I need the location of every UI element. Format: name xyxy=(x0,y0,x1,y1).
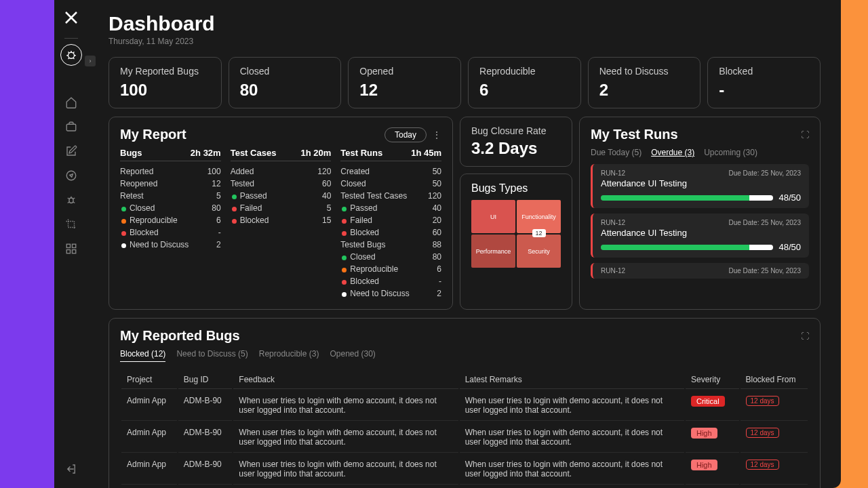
stat-card[interactable]: My Reported Bugs 100 xyxy=(108,57,222,108)
treemap-cell[interactable]: UI xyxy=(471,200,515,233)
page-date: Thursday, 11 May 2023 xyxy=(108,37,821,46)
tab[interactable]: Due Today (5) xyxy=(591,148,642,157)
stat-label: My Reported Bugs xyxy=(120,66,210,77)
page-header: Dashboard Thursday, 11 May 2023 xyxy=(108,12,821,46)
sidebar-crop-icon[interactable] xyxy=(60,214,82,235)
tab[interactable]: Opened (30) xyxy=(330,349,375,362)
sidebar xyxy=(54,0,88,488)
treemap-cell[interactable]: Performance xyxy=(471,235,515,268)
run-title: Attendance UI Testing xyxy=(601,178,801,188)
severity-badge: High xyxy=(691,428,717,439)
report-row: Reopened12 xyxy=(120,178,221,190)
blocked-badge: 12 days xyxy=(746,396,779,406)
table-header: Severity xyxy=(686,371,739,389)
logo-icon xyxy=(62,8,81,27)
table-row[interactable]: Admin App ADM-B-90 When user tries to lo… xyxy=(121,390,808,421)
closure-label: Bug Closure Rate xyxy=(471,125,561,136)
bugs-table: ProjectBug IDFeedbackLatest RemarksSever… xyxy=(120,369,809,488)
table-header: Project xyxy=(121,371,177,389)
table-header: Bug ID xyxy=(178,371,233,389)
report-row: Passed40 xyxy=(340,202,441,214)
bug-tabs: Blocked (12)Need to Discuss (5)Reproduci… xyxy=(120,349,809,363)
sidebar-bug2-icon[interactable] xyxy=(60,189,82,211)
bug-types-title: Bugs Types xyxy=(471,182,561,195)
bug-closure-panel: Bug Closure Rate 3.2 Days xyxy=(460,117,572,167)
sidebar-home-icon[interactable] xyxy=(60,92,82,113)
test-run-card[interactable]: RUN-12Due Date: 25 Nov, 2023 xyxy=(591,263,809,279)
report-row: Added120 xyxy=(231,165,332,178)
test-runs-tabs: Due Today (5)Overdue (3)Upcoming (30) xyxy=(591,148,809,157)
report-row: Created50 xyxy=(340,165,441,178)
tab[interactable]: Upcoming (30) xyxy=(704,148,757,157)
sidebar-compass-icon[interactable] xyxy=(60,165,82,186)
report-row: Closed50 xyxy=(340,178,441,190)
treemap-badge: 12 xyxy=(532,229,545,237)
more-icon[interactable]: ⋮ xyxy=(432,129,441,140)
bug-types-treemap[interactable]: UI Functionality Performance 12 Security xyxy=(471,200,561,268)
report-column: Bugs2h 32m Reported100Reopened12Retest5C… xyxy=(120,148,221,300)
today-button[interactable]: Today xyxy=(384,127,427,142)
table-header: Blocked From xyxy=(741,371,808,389)
svg-rect-3 xyxy=(69,198,73,203)
tab[interactable]: Reproducible (3) xyxy=(259,349,319,362)
tab[interactable]: Blocked (12) xyxy=(120,349,165,362)
test-runs-title: My Test Runs xyxy=(591,127,678,142)
stat-card[interactable]: Reproducible 6 xyxy=(468,57,581,108)
severity-badge: Critical xyxy=(691,396,725,407)
treemap-cell[interactable]: 12 Security xyxy=(517,235,561,268)
sidebar-logout-icon[interactable] xyxy=(60,458,82,480)
treemap-cell[interactable]: Functionality xyxy=(517,200,561,233)
svg-rect-6 xyxy=(66,250,70,253)
my-report-title: My Report xyxy=(120,127,186,142)
tab[interactable]: Need to Discuss (5) xyxy=(176,349,248,362)
stat-label: Opened xyxy=(359,66,450,77)
severity-badge: High xyxy=(691,460,717,470)
reported-bugs-panel: My Reported Bugs ⛶ Blocked (12)Need to D… xyxy=(108,318,821,488)
report-row: Reported100 xyxy=(120,165,221,178)
sidebar-expand-button[interactable]: › xyxy=(85,56,96,66)
stat-card[interactable]: Need to Discuss 2 xyxy=(588,57,701,108)
tab[interactable]: Overdue (3) xyxy=(651,148,694,157)
sidebar-edit-icon[interactable] xyxy=(60,140,82,162)
report-row: Tested Bugs88 xyxy=(340,239,441,251)
stat-card[interactable]: Opened 12 xyxy=(348,57,461,108)
progress-bar xyxy=(601,245,773,250)
svg-point-2 xyxy=(66,171,76,180)
blocked-badge: 12 days xyxy=(746,460,779,470)
progress-text: 48/50 xyxy=(778,192,801,203)
stat-value: 6 xyxy=(479,81,570,100)
sidebar-briefcase-icon[interactable] xyxy=(60,116,82,138)
stat-value: - xyxy=(719,81,809,100)
stat-label: Need to Discuss xyxy=(599,66,690,77)
report-row: Tested60 xyxy=(231,178,332,190)
test-runs-panel: My Test Runs ⛶ Due Today (5)Overdue (3)U… xyxy=(579,117,821,310)
expand-icon[interactable]: ⛶ xyxy=(801,130,809,140)
expand-icon[interactable]: ⛶ xyxy=(801,331,809,341)
table-row[interactable]: Admin App ADM-B-90 When user tries to lo… xyxy=(121,454,808,485)
stat-value: 80 xyxy=(240,81,330,100)
reported-bugs-title: My Reported Bugs xyxy=(120,328,240,344)
progress-bar xyxy=(601,195,773,201)
stat-card[interactable]: Closed 80 xyxy=(229,57,342,108)
report-column: Test Cases1h 20m Added120Tested60Passed4… xyxy=(231,148,332,300)
stat-label: Blocked xyxy=(719,66,809,77)
stat-value: 2 xyxy=(599,81,690,100)
sidebar-grid-icon[interactable] xyxy=(60,238,82,260)
report-row: Blocked- xyxy=(120,226,221,239)
blocked-badge: 12 days xyxy=(746,428,779,438)
table-row[interactable]: Admin App ADM-B-90 When user tries to lo… xyxy=(121,422,808,453)
test-run-card[interactable]: RUN-12Due Date: 25 Nov, 2023 Attendance … xyxy=(591,214,809,258)
svg-rect-5 xyxy=(73,244,76,247)
stat-value: 100 xyxy=(120,81,210,100)
my-report-panel: My Report Today ⋮ Bugs2h 32m Reported100… xyxy=(108,117,453,310)
report-row: Closed80 xyxy=(340,251,441,263)
page-title: Dashboard xyxy=(108,12,821,35)
svg-point-0 xyxy=(68,52,75,58)
report-row: Blocked- xyxy=(340,275,441,287)
report-row: Need to Discuss2 xyxy=(340,287,441,300)
report-row: Closed80 xyxy=(120,202,221,214)
sidebar-bug-icon[interactable] xyxy=(60,44,82,66)
stat-card[interactable]: Blocked - xyxy=(707,57,821,108)
stat-value: 12 xyxy=(359,81,450,100)
test-run-card[interactable]: RUN-12Due Date: 25 Nov, 2023 Attendance … xyxy=(591,164,809,208)
